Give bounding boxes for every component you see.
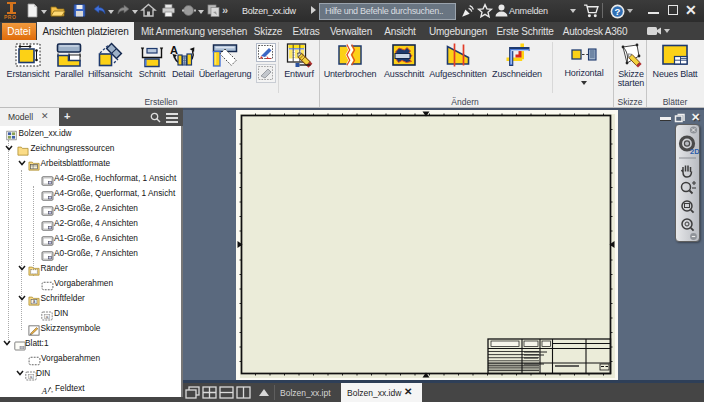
svg-text:2D: 2D bbox=[690, 147, 700, 156]
svg-text:?: ? bbox=[615, 6, 621, 17]
svg-text:A: A bbox=[41, 386, 48, 396]
svg-text:≡: ≡ bbox=[51, 390, 53, 394]
svg-text:a: a bbox=[33, 299, 36, 304]
svg-text:A: A bbox=[170, 44, 178, 56]
